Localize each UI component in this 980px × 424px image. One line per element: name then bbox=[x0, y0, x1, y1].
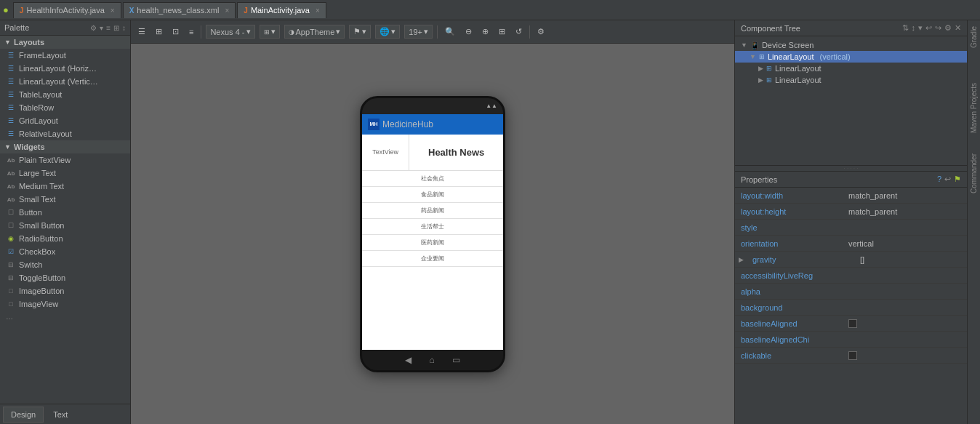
tree-undo-icon[interactable]: ↩ bbox=[925, 23, 932, 33]
palette-item-plain-textview[interactable]: Ab Plain TextView bbox=[0, 153, 130, 167]
tree-expand-icon[interactable]: ↕ bbox=[912, 23, 916, 33]
clickable-checkbox[interactable] bbox=[848, 351, 857, 360]
tab3-close[interactable]: × bbox=[316, 7, 320, 15]
baseline-aligned-checkbox[interactable] bbox=[848, 319, 857, 328]
zoom-fit-icon[interactable]: ⊞ bbox=[496, 25, 508, 38]
palette-item-button[interactable]: ☐ Button bbox=[0, 206, 130, 219]
palette-item-large-text[interactable]: Ab Large Text bbox=[0, 167, 130, 180]
prop-background-val[interactable] bbox=[844, 305, 967, 310]
props-undo-icon[interactable]: ↩ bbox=[944, 175, 951, 184]
text-tab[interactable]: Text bbox=[45, 407, 76, 423]
recents-btn[interactable]: ▭ bbox=[452, 355, 460, 365]
palette-item-linearlayout-vert[interactable]: ☰ LinearLayout (Vertic… bbox=[0, 75, 130, 88]
prop-layout-height-val[interactable]: match_parent bbox=[844, 205, 967, 218]
drag-dots: · · · · · bbox=[843, 165, 858, 172]
commander-label[interactable]: Commander bbox=[970, 151, 978, 196]
palette-item-checkbox[interactable]: ☑ CheckBox bbox=[0, 245, 130, 258]
palette-item-framelayout[interactable]: ☰ FrameLayout bbox=[0, 49, 130, 62]
grid-icon[interactable]: ⊞ bbox=[153, 25, 165, 38]
prop-gravity-val[interactable]: [] bbox=[856, 253, 967, 266]
gridlayout-icon: ☰ bbox=[6, 116, 16, 126]
nexus-dropdown[interactable]: Nexus 4 - ▾ bbox=[206, 25, 254, 39]
prop-style-val[interactable] bbox=[844, 225, 967, 230]
tree-item-device-screen[interactable]: ▼ 📱 Device Screen bbox=[735, 39, 967, 51]
home-btn[interactable]: ⌂ bbox=[429, 355, 434, 365]
tab1-close[interactable]: × bbox=[111, 7, 115, 15]
zoom-out-a-icon[interactable]: ⊖ bbox=[462, 25, 475, 38]
gradle-sidebar: Gradle Maven Projects Commander bbox=[967, 20, 980, 424]
layout-dropdown[interactable]: ⊞ ▾ bbox=[260, 25, 280, 39]
prop-layout-width-val[interactable]: match_parent bbox=[844, 189, 967, 202]
tab2-close[interactable]: × bbox=[225, 7, 229, 15]
settings-icon[interactable]: ⚙ bbox=[534, 25, 547, 38]
palette-section-layouts[interactable]: ▼ Layouts bbox=[0, 36, 130, 49]
back-btn[interactable]: ◀ bbox=[405, 355, 411, 365]
palette-item-tablelayout[interactable]: ☰ TableLayout bbox=[0, 88, 130, 101]
theme-dropdown[interactable]: ◑ AppTheme ▾ bbox=[284, 25, 345, 39]
palette-section-widgets[interactable]: ▼ Widgets bbox=[0, 140, 130, 153]
flag-dropdown[interactable]: ⚑ ▾ bbox=[349, 25, 371, 39]
palette-item-radiobutton[interactable]: ◉ RadioButton bbox=[0, 232, 130, 245]
palette-item-togglebutton[interactable]: ⊟ ToggleButton bbox=[0, 271, 130, 284]
palette-grid-icon[interactable]: ⊞ bbox=[113, 24, 119, 32]
more-btn[interactable]: ≡ bbox=[186, 26, 196, 38]
tree-settings-icon[interactable]: ⚙ bbox=[944, 23, 952, 33]
tab-main-activity[interactable]: J MainActivity.java × bbox=[237, 2, 326, 18]
relativelayout-icon: ☰ bbox=[6, 129, 16, 139]
palette-item-medium-text[interactable]: Ab Medium Text bbox=[0, 180, 130, 193]
ll-child2-arrow: ▶ bbox=[758, 76, 763, 84]
prop-baseline-aligned-chi: baselineAlignedChi bbox=[735, 332, 967, 348]
palette-settings-icon[interactable]: ⚙ bbox=[90, 24, 97, 32]
prop-baseline-aligned-chi-val[interactable] bbox=[844, 337, 967, 342]
props-filter-icon[interactable]: ⚑ bbox=[954, 175, 961, 184]
props-help-icon[interactable]: ? bbox=[937, 175, 941, 184]
palette-item-switch[interactable]: ⊟ Switch bbox=[0, 258, 130, 271]
api-dropdown[interactable]: 19+ ▾ bbox=[404, 25, 433, 39]
main-layout: Palette ⚙ ▾ ≡ ⊞ ↕ ▼ Layouts ☰ FrameLayou… bbox=[0, 20, 980, 424]
tree-item-linear-child1[interactable]: ▶ ⊞ LinearLayout bbox=[735, 63, 967, 74]
zoom-out-b-icon[interactable]: ⊕ bbox=[479, 25, 491, 38]
java-icon-1: J bbox=[20, 7, 24, 15]
tree-item-linear-child2[interactable]: ▶ ⊞ LinearLayout bbox=[735, 74, 967, 86]
refresh-icon[interactable]: ↺ bbox=[513, 25, 525, 38]
palette-item-imageview[interactable]: □ ImageView bbox=[0, 297, 130, 311]
language-dropdown[interactable]: 🌐 ▾ bbox=[375, 25, 400, 39]
gravity-expand[interactable]: ▶ bbox=[735, 256, 747, 263]
togglebutton-label: ToggleButton bbox=[19, 273, 65, 282]
list-item-4: 医药新闻 bbox=[362, 235, 503, 251]
palette-item-gridlayout[interactable]: ☰ GridLayout bbox=[0, 114, 130, 127]
maven-label[interactable]: Maven Projects bbox=[970, 80, 978, 136]
palette-item-small-button[interactable]: ☐ Small Button bbox=[0, 219, 130, 232]
design-tab[interactable]: Design bbox=[3, 407, 44, 423]
constraint-icon[interactable]: ⊡ bbox=[169, 25, 182, 38]
palette-item-small-text[interactable]: Ab Small Text bbox=[0, 193, 130, 206]
tab-health-info[interactable]: J HealthInfoActivity.java × bbox=[13, 2, 121, 18]
palette-item-tablerow[interactable]: ☰ TableRow bbox=[0, 101, 130, 114]
menu-icon[interactable]: ☰ bbox=[135, 25, 148, 38]
palette-zoom-icon[interactable]: ↕ bbox=[122, 24, 126, 32]
gridlayout-label: GridLayout bbox=[19, 116, 58, 125]
tree-redo-icon[interactable]: ↪ bbox=[935, 23, 941, 33]
tree-item-linear-vertical[interactable]: ▼ ⊞ LinearLayout (vertical) bbox=[735, 51, 967, 63]
tree-sort-icon[interactable]: ⇅ bbox=[902, 23, 909, 33]
prop-alpha-val[interactable] bbox=[844, 289, 967, 294]
theme-arrow: ▾ bbox=[336, 27, 340, 36]
tree-filter-icon[interactable]: ▾ bbox=[918, 23, 923, 33]
tree-close-icon[interactable]: ✕ bbox=[955, 23, 961, 33]
small-button-icon: ☐ bbox=[6, 220, 16, 231]
palette-item-imagebutton[interactable]: □ ImageButton bbox=[0, 284, 130, 297]
palette-header: Palette ⚙ ▾ ≡ ⊞ ↕ bbox=[0, 20, 130, 36]
gradle-label[interactable]: Gradle bbox=[970, 23, 978, 51]
palette-item-linearlayout-horiz[interactable]: ☰ LinearLayout (Horiz… bbox=[0, 62, 130, 75]
zoom-in-icon[interactable]: 🔍 bbox=[442, 25, 458, 38]
drag-handle[interactable]: · · · · · bbox=[735, 166, 967, 172]
palette-item-relativelayout[interactable]: ☰ RelativeLayout bbox=[0, 127, 130, 140]
ll-child1-arrow: ▶ bbox=[758, 65, 763, 72]
tab-health-news-xml[interactable]: X health_news_class.xml × bbox=[123, 2, 236, 18]
prop-accessibility-val[interactable] bbox=[844, 273, 967, 278]
palette-search-icon[interactable]: ▾ bbox=[100, 24, 103, 32]
palette-view-icon[interactable]: ≡ bbox=[106, 24, 111, 32]
switch-label: Switch bbox=[19, 260, 42, 269]
prop-orientation-val[interactable]: vertical bbox=[844, 237, 967, 250]
plain-textview-label: Plain TextView bbox=[19, 156, 71, 164]
